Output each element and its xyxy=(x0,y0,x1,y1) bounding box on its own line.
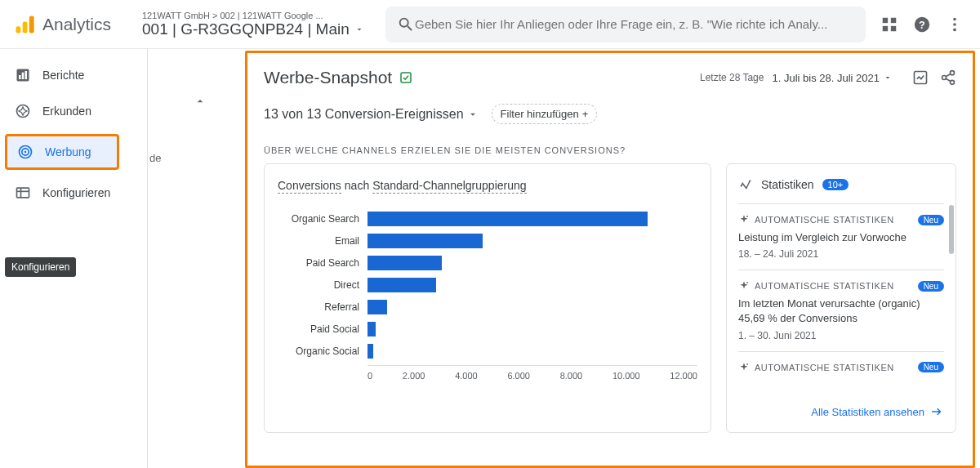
header-actions: ? xyxy=(880,16,967,33)
svg-rect-3 xyxy=(883,17,888,22)
svg-point-32 xyxy=(746,216,748,217)
axis-tick: 6.000 xyxy=(507,371,530,381)
chevron-down-icon xyxy=(467,109,479,120)
nav-label: Konfigurieren xyxy=(42,186,110,199)
chart-title: Conversions nach Standard-Channelgruppie… xyxy=(278,179,697,194)
more-vert-icon[interactable] xyxy=(946,16,964,33)
neu-badge: Neu xyxy=(918,281,944,292)
chart-row-label: Organic Social xyxy=(278,345,359,357)
chart-row: Direct xyxy=(278,278,697,292)
chart-bar[interactable] xyxy=(368,300,387,314)
chart-bar[interactable] xyxy=(368,234,483,248)
svg-point-33 xyxy=(746,282,748,283)
arrow-right-icon xyxy=(929,404,944,419)
apps-icon[interactable] xyxy=(880,16,898,33)
chevron-up-icon[interactable] xyxy=(194,95,207,108)
chevron-down-icon xyxy=(883,73,893,82)
sparkle-icon xyxy=(738,214,750,225)
chart-row: Referral xyxy=(278,300,697,314)
chart-row: Paid Social xyxy=(278,322,697,337)
insights-icon[interactable] xyxy=(912,69,929,86)
svg-rect-13 xyxy=(19,75,21,79)
chart-bar[interactable] xyxy=(368,278,436,292)
chart-row: Paid Search xyxy=(278,256,697,270)
nav-item-werbung[interactable]: Werbung xyxy=(5,134,119,170)
svg-rect-5 xyxy=(883,25,888,30)
axis-tick: 2.000 xyxy=(403,371,425,381)
chevron-down-icon xyxy=(354,25,364,34)
svg-rect-15 xyxy=(25,71,28,79)
dropdown-label: 13 von 13 Conversion-Ereignissen xyxy=(264,107,464,122)
chart-row-label: Paid Search xyxy=(278,257,359,269)
property-selector[interactable]: 121WATT GmbH > 002 | 121WATT Google ... … xyxy=(134,11,371,38)
breadcrumb: 121WATT GmbH > 002 | 121WATT Google ... xyxy=(142,11,371,20)
insight-item[interactable]: AUTOMATISCHE STATISTIKEN Neu xyxy=(738,351,944,388)
scrollbar-thumb[interactable] xyxy=(949,205,954,254)
svg-point-19 xyxy=(24,151,27,154)
target-icon xyxy=(17,144,33,160)
section-question: ÜBER WELCHE CHANNELS ERZIELEN SIE DIE ME… xyxy=(247,134,973,163)
page-title: Werbe-Snapshot xyxy=(264,68,413,87)
filter-btn-label: Filter hinzufügen xyxy=(501,108,579,120)
search-icon xyxy=(397,16,415,33)
secondary-panel: de xyxy=(147,49,216,468)
stats-count-badge: 10+ xyxy=(822,179,849,190)
svg-point-9 xyxy=(953,17,956,20)
svg-rect-2 xyxy=(29,16,34,33)
svg-point-11 xyxy=(953,28,956,31)
property-name: 001 | G-R3GGQNPB24 | Main xyxy=(142,20,350,38)
chart-bar[interactable] xyxy=(368,344,373,359)
help-icon[interactable]: ? xyxy=(913,16,931,33)
svg-rect-23 xyxy=(401,73,411,82)
chart-bar[interactable] xyxy=(368,256,442,270)
nav-item-berichte[interactable]: Berichte xyxy=(0,57,140,93)
tooltip: Konfigurieren xyxy=(5,257,76,277)
logo-text: Analytics xyxy=(42,15,111,34)
svg-text:?: ? xyxy=(919,18,925,30)
bar-chart-icon xyxy=(15,67,31,83)
search-input[interactable] xyxy=(415,17,854,31)
date-text: 1. Juli bis 28. Juli 2021 xyxy=(772,72,880,84)
neu-badge: Neu xyxy=(918,362,944,372)
chart-bar[interactable] xyxy=(368,212,648,226)
sec-text: de xyxy=(149,152,161,164)
nav-item-konfigurieren[interactable]: Konfigurieren xyxy=(0,175,140,211)
logo-section: Analytics xyxy=(13,13,134,36)
insight-item[interactable]: AUTOMATISCHE STATISTIKEN Neu Im letzten … xyxy=(738,270,944,350)
svg-point-10 xyxy=(953,23,956,26)
view-all-stats-link[interactable]: Alle Statistiken ansehen xyxy=(811,404,944,419)
verified-icon xyxy=(399,70,413,85)
chart-body: Organic Search Email Paid Search Direct … xyxy=(278,212,697,359)
svg-line-28 xyxy=(946,74,951,76)
chart-row-label: Email xyxy=(278,235,359,247)
sparkle-icon xyxy=(738,362,750,373)
insight-category: AUTOMATISCHE STATISTIKEN xyxy=(738,362,894,373)
view-all-label: Alle Statistiken ansehen xyxy=(811,406,924,418)
chart-row: Email xyxy=(278,234,697,248)
nav-label: Erkunden xyxy=(42,105,91,118)
date-range-label: Letzte 28 Tage xyxy=(700,72,764,83)
svg-rect-4 xyxy=(891,17,896,22)
chart-title-p2: nach xyxy=(345,179,369,194)
conversions-chart-card: Conversions nach Standard-Channelgruppie… xyxy=(264,163,711,433)
explore-icon xyxy=(15,103,31,119)
chart-row: Organic Search xyxy=(278,212,697,226)
left-nav: Berichte Erkunden Werbung Konfigurieren … xyxy=(0,49,147,468)
search-box[interactable] xyxy=(385,7,866,42)
chart-row-label: Referral xyxy=(278,301,359,313)
nav-item-erkunden[interactable]: Erkunden xyxy=(0,93,140,129)
chart-x-axis: 02.0004.0006.0008.00010.00012.000 xyxy=(368,365,697,381)
svg-line-29 xyxy=(946,78,951,81)
insight-title: Leistung im Vergleich zur Vorwoche xyxy=(738,230,944,245)
conversion-events-dropdown[interactable]: 13 von 13 Conversion-Ereignissen xyxy=(264,107,479,122)
nav-label: Werbung xyxy=(45,145,91,158)
insight-item[interactable]: AUTOMATISCHE STATISTIKEN Neu Leistung im… xyxy=(738,203,944,270)
date-range-picker[interactable]: Letzte 28 Tage 1. Juli bis 28. Juli 2021 xyxy=(700,69,956,86)
chart-row-label: Direct xyxy=(278,279,359,291)
date-range-value: 1. Juli bis 28. Juli 2021 xyxy=(772,72,893,84)
share-icon[interactable] xyxy=(940,69,956,86)
add-filter-button[interactable]: Filter hinzufügen + xyxy=(492,104,598,124)
chart-bar[interactable] xyxy=(368,322,376,337)
table-icon xyxy=(15,185,31,201)
svg-rect-0 xyxy=(16,26,21,33)
